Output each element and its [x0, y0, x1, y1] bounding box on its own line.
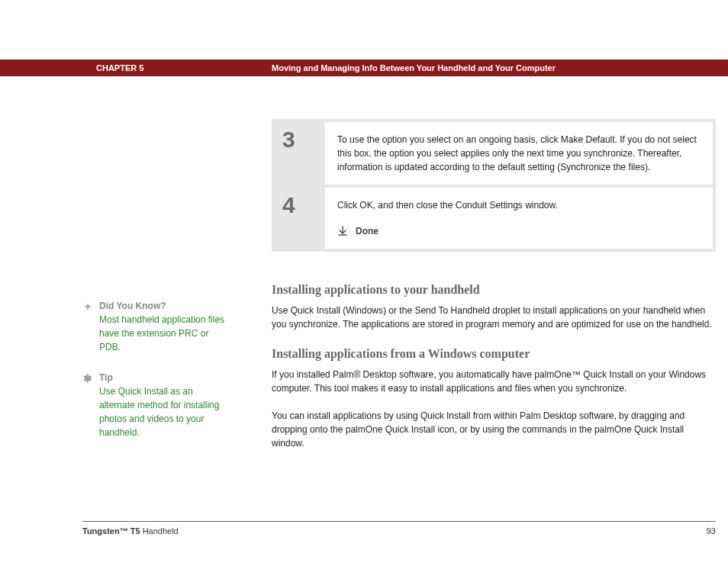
sidebar-content: Tip Use Quick Install as an alternate me…	[99, 371, 227, 439]
plus-icon: +	[82, 299, 93, 354]
main-text: Installing applications to your handheld…	[272, 281, 716, 464]
page-footer: Tungsten™ T5 Handheld 93	[82, 521, 716, 536]
sidebar: + Did You Know? Most handheld applicatio…	[82, 299, 227, 456]
sidebar-body: Use Quick Install as an alternate method…	[99, 384, 227, 439]
sidebar-heading: Tip	[99, 371, 227, 384]
section-paragraph: You can install applications by using Qu…	[272, 409, 716, 450]
section-paragraph: If you installed Palm® Desktop software,…	[272, 368, 716, 395]
done-indicator: Done	[337, 224, 701, 238]
done-label: Done	[356, 224, 378, 238]
download-arrow-icon	[337, 226, 348, 236]
chapter-label: CHAPTER 5	[96, 63, 143, 72]
asterisk-icon: ✱	[82, 371, 93, 439]
section-heading: Installing applications to your handheld	[272, 281, 716, 299]
step-number: 4	[275, 188, 325, 249]
step-row: 3 To use the option you select on an ong…	[275, 122, 713, 185]
sidebar-body: Most handheld application files have the…	[99, 313, 227, 354]
sidebar-content: Did You Know? Most handheld application …	[99, 299, 227, 354]
chapter-title: Moving and Managing Info Between Your Ha…	[272, 63, 556, 72]
section-paragraph: Use Quick Install (Windows) or the Send …	[272, 304, 716, 331]
step-body: Click OK, and then close the Conduit Set…	[325, 188, 713, 249]
steps-block: 3 To use the option you select on an ong…	[272, 119, 716, 252]
chapter-header-bar: CHAPTER 5 Moving and Managing Info Betwe…	[0, 60, 728, 76]
product-bold: Tungsten™ T5	[82, 526, 140, 536]
product-name: Tungsten™ T5 Handheld	[82, 526, 179, 536]
sidebar-item: + Did You Know? Most handheld applicatio…	[82, 299, 227, 354]
product-rest: Handheld	[140, 526, 179, 536]
step-row: 4 Click OK, and then close the Conduit S…	[275, 188, 713, 249]
step-body: To use the option you select on an ongoi…	[325, 122, 713, 185]
step-text: Click OK, and then close the Conduit Set…	[337, 200, 558, 211]
sidebar-heading: Did You Know?	[99, 299, 227, 313]
page-number: 93	[707, 526, 716, 536]
section-heading: Installing applications from a Windows c…	[272, 345, 716, 363]
content-area: 3 To use the option you select on an ong…	[0, 79, 728, 517]
sidebar-item: ✱ Tip Use Quick Install as an alternate …	[82, 371, 227, 439]
step-number: 3	[275, 122, 325, 185]
